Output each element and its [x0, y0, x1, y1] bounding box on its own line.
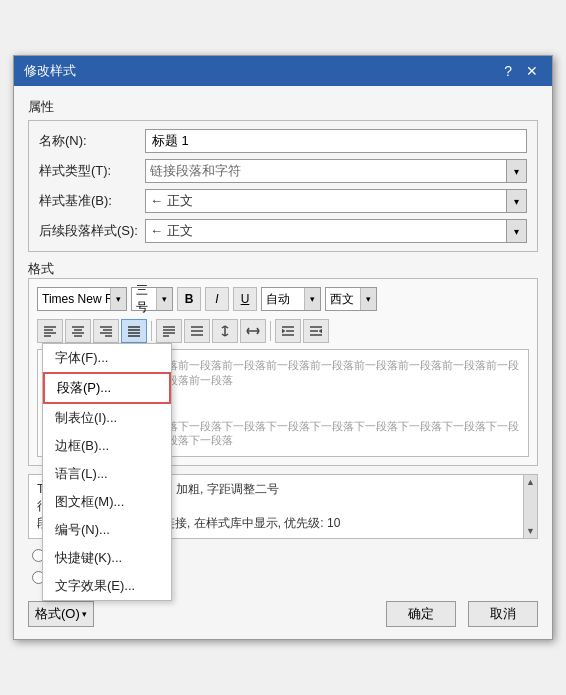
font-size-select[interactable]: 三号 ▾: [131, 287, 173, 311]
title-bar-controls: ? ✕: [500, 64, 542, 78]
properties-section: 属性 名称(N): 样式类型(T): 链接段落和字符 ▾ 样式基准(: [28, 98, 538, 252]
ok-button[interactable]: 确定: [386, 601, 456, 627]
next-style-label: 后续段落样式(S):: [39, 222, 139, 240]
dropdown-item-shortcut[interactable]: 快捷键(K)...: [43, 544, 171, 572]
bold-button[interactable]: B: [177, 287, 201, 311]
style-base-row: 样式基准(B): ← 正文 ▾: [39, 189, 527, 213]
style-type-label: 样式类型(T):: [39, 162, 139, 180]
font-name-select[interactable]: Times New Ro ▾: [37, 287, 127, 311]
toolbar-sep1: [151, 321, 152, 341]
lang-value: 西文: [330, 291, 358, 308]
modify-style-dialog: 修改样式 ? ✕ 属性 名称(N): 样式类型(T): 链接段落和字符: [13, 55, 553, 639]
name-row: 名称(N):: [39, 129, 527, 153]
format-label: 格式: [28, 260, 538, 278]
italic-button[interactable]: I: [205, 287, 229, 311]
indent-left-btn[interactable]: [275, 319, 301, 343]
style-type-select[interactable]: 链接段落和字符 ▾: [145, 159, 527, 183]
scroll-down-arrow[interactable]: ▼: [524, 524, 537, 538]
help-button[interactable]: ?: [500, 64, 516, 78]
next-style-arrow[interactable]: ▾: [506, 220, 526, 242]
format-dropdown-menu: 字体(F)... 段落(P)... 制表位(I)... 边框(B)... 语言(…: [42, 343, 172, 601]
dialog-title: 修改样式: [24, 62, 76, 80]
format-toolbar: Times New Ro ▾ 三号 ▾ B I U: [37, 287, 529, 311]
color-value: 自动: [266, 291, 302, 308]
description-scrollbar[interactable]: ▲ ▼: [523, 475, 537, 538]
align-justify-btn[interactable]: [121, 319, 147, 343]
scroll-up-arrow[interactable]: ▲: [524, 475, 537, 489]
style-base-select[interactable]: ← 正文 ▾: [145, 189, 527, 213]
color-select[interactable]: 自动 ▾: [261, 287, 321, 311]
dropdown-item-texteffect[interactable]: 文字效果(E)...: [43, 572, 171, 600]
toolbar-sep2: [270, 321, 271, 341]
style-base-arrow[interactable]: ▾: [506, 190, 526, 212]
bottom-buttons: 格式(O) ▾ 字体(F)... 段落(P)... 制表位(I)... 边框(B…: [28, 601, 538, 627]
font-size-value: 三号: [136, 282, 154, 316]
underline-button[interactable]: U: [233, 287, 257, 311]
font-name-arrow[interactable]: ▾: [110, 288, 126, 310]
name-input[interactable]: [145, 129, 527, 153]
color-arrow[interactable]: ▾: [304, 288, 320, 310]
align-justify2-btn[interactable]: [156, 319, 182, 343]
dropdown-item-language[interactable]: 语言(L)...: [43, 460, 171, 488]
dropdown-item-paragraph[interactable]: 段落(P)...: [43, 372, 171, 404]
align-justify5-btn[interactable]: [240, 319, 266, 343]
style-type-value: 链接段落和字符: [150, 162, 504, 180]
align-center-btn[interactable]: [65, 319, 91, 343]
lang-arrow[interactable]: ▾: [360, 288, 376, 310]
next-style-value: ← 正文: [150, 222, 504, 240]
properties-group: 名称(N): 样式类型(T): 链接段落和字符 ▾ 样式基准(B): ← 正文: [28, 120, 538, 252]
dropdown-item-numbering[interactable]: 编号(N)...: [43, 516, 171, 544]
close-button[interactable]: ✕: [522, 64, 542, 78]
font-size-arrow[interactable]: ▾: [156, 288, 172, 310]
dropdown-item-font[interactable]: 字体(F)...: [43, 344, 171, 372]
cancel-button[interactable]: 取消: [468, 601, 538, 627]
properties-label: 属性: [28, 98, 538, 116]
align-justify3-btn[interactable]: [184, 319, 210, 343]
style-type-row: 样式类型(T): 链接段落和字符 ▾: [39, 159, 527, 183]
align-left-btn[interactable]: [37, 319, 63, 343]
dropdown-item-frame[interactable]: 图文框(M)...: [43, 488, 171, 516]
style-type-arrow[interactable]: ▾: [506, 160, 526, 182]
align-toolbar: [37, 319, 529, 343]
indent-right-btn[interactable]: [303, 319, 329, 343]
title-bar: 修改样式 ? ✕: [14, 56, 552, 86]
format-dropdown-arrow: ▾: [82, 609, 87, 619]
dialog-body: 属性 名称(N): 样式类型(T): 链接段落和字符 ▾ 样式基准(: [14, 86, 552, 638]
next-style-select[interactable]: ← 正文 ▾: [145, 219, 527, 243]
style-base-label: 样式基准(B):: [39, 192, 139, 210]
align-justify4-btn[interactable]: [212, 319, 238, 343]
align-right-btn[interactable]: [93, 319, 119, 343]
style-base-value: ← 正文: [150, 192, 504, 210]
dropdown-item-border[interactable]: 边框(B)...: [43, 432, 171, 460]
next-style-row: 后续段落样式(S): ← 正文 ▾: [39, 219, 527, 243]
dropdown-item-tabs[interactable]: 制表位(I)...: [43, 404, 171, 432]
format-button[interactable]: 格式(O) ▾: [28, 601, 94, 627]
lang-select[interactable]: 西文 ▾: [325, 287, 377, 311]
name-label: 名称(N):: [39, 132, 139, 150]
